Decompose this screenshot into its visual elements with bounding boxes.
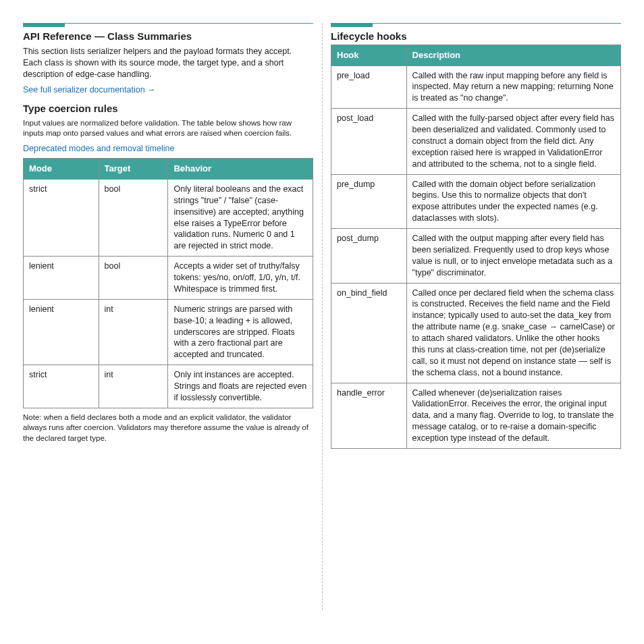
table-row: strict int Only int instances are accept… xyxy=(24,365,313,408)
left-intro: This section lists serializer helpers an… xyxy=(23,46,313,80)
left-subheading: Type coercion rules xyxy=(23,103,313,114)
left-heading: API Reference — Class Summaries xyxy=(23,30,313,42)
column-divider xyxy=(322,23,323,610)
table-row: post_dump Called with the output mapping… xyxy=(331,229,621,284)
right-td: handle_error xyxy=(331,383,407,448)
left-td: bool xyxy=(99,179,168,256)
right-td: Called with the raw input mapping before… xyxy=(406,65,620,109)
left-table-header-row: Mode Target Behavior xyxy=(24,159,313,180)
right-td: Called with the domain object before ser… xyxy=(406,174,620,229)
table-row: strict bool Only literal booleans and th… xyxy=(24,179,313,256)
table-row: handle_error Called whenever (de)seriali… xyxy=(331,383,621,448)
right-td: Called once per declared field when the … xyxy=(406,283,620,383)
right-td: post_dump xyxy=(331,229,407,284)
right-column: Lifecycle hooks Hook Description pre_loa… xyxy=(331,23,621,449)
left-td: strict xyxy=(24,179,99,256)
table-row: lenient bool Accepts a wider set of trut… xyxy=(24,257,313,300)
left-td: Numeric strings are parsed with base-10;… xyxy=(168,299,313,365)
left-th-0: Mode xyxy=(24,159,99,180)
table-row: pre_load Called with the raw input mappi… xyxy=(331,65,621,109)
left-td: Only int instances are accepted. Strings… xyxy=(168,365,313,408)
left-column: API Reference — Class Summaries This sec… xyxy=(23,23,313,448)
left-td: int xyxy=(99,299,168,365)
table-row: lenient int Numeric strings are parsed w… xyxy=(24,299,313,365)
left-td: Accepts a wider set of truthy/falsy toke… xyxy=(168,257,313,300)
table-row: post_load Called with the fully-parsed o… xyxy=(331,109,621,174)
right-td: Called whenever (de)serialization raises… xyxy=(406,383,620,448)
right-td: on_bind_field xyxy=(331,283,407,383)
right-td: Called with the output mapping after eve… xyxy=(406,229,620,284)
left-th-1: Target xyxy=(99,159,168,180)
left-td: lenient xyxy=(24,299,99,365)
right-td: pre_dump xyxy=(331,174,407,229)
section-rule xyxy=(331,23,621,24)
right-th-1: Description xyxy=(406,45,620,66)
right-table: Hook Description pre_load Called with th… xyxy=(331,45,621,449)
right-heading: Lifecycle hooks xyxy=(331,30,621,42)
left-td: Only literal booleans and the exact stri… xyxy=(168,179,313,256)
section-rule xyxy=(23,23,313,24)
right-table-header-row: Hook Description xyxy=(331,45,621,66)
right-th-0: Hook xyxy=(331,45,407,66)
left-td: strict xyxy=(24,365,99,408)
right-td: pre_load xyxy=(331,65,407,109)
left-more-link[interactable]: See full serializer documentation → xyxy=(23,85,156,95)
left-rules-intro: Input values are normalized before valid… xyxy=(23,118,313,139)
table-row: on_bind_field Called once per declared f… xyxy=(331,283,621,383)
left-note: Note: when a field declares both a mode … xyxy=(23,412,313,444)
left-deprecation-link[interactable]: Deprecated modes and removal timeline xyxy=(23,144,174,153)
left-td: bool xyxy=(99,257,168,300)
left-table: Mode Target Behavior strict bool Only li… xyxy=(23,158,313,408)
table-row: pre_dump Called with the domain object b… xyxy=(331,174,621,229)
left-td: lenient xyxy=(24,257,99,300)
right-td: post_load xyxy=(331,109,407,174)
left-th-2: Behavior xyxy=(168,159,313,180)
right-td: Called with the fully-parsed object afte… xyxy=(406,109,620,174)
left-td: int xyxy=(99,365,168,408)
